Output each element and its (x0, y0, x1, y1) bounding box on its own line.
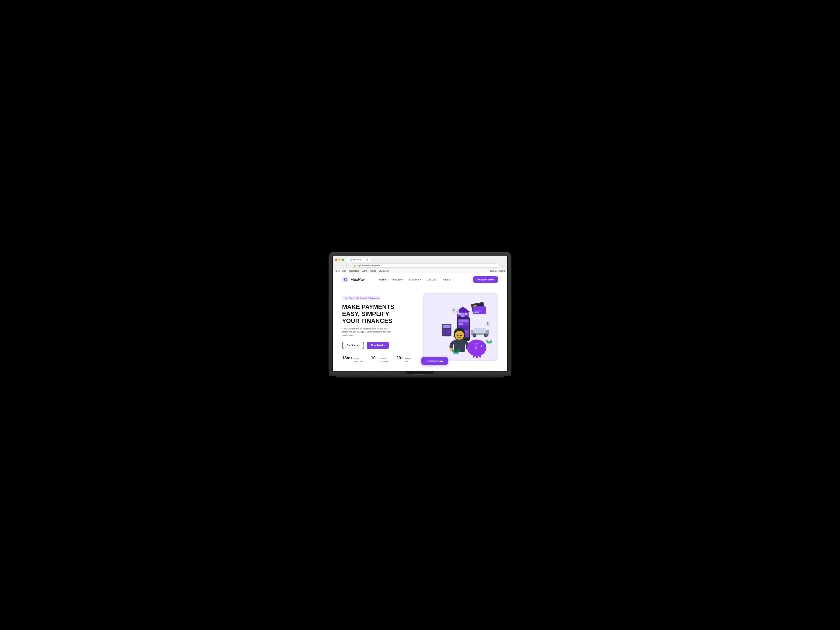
svg-point-1 (344, 279, 345, 280)
get-started-button[interactable]: Get Started (342, 342, 364, 349)
nav-register-button[interactable]: Register Now (473, 276, 498, 283)
svg-rect-28 (443, 329, 445, 331)
stat-label-awards: Awards Won (405, 358, 414, 363)
svg-rect-40 (458, 323, 463, 325)
stat-number-awards: 20+ (396, 355, 403, 360)
nav-features[interactable]: Features ▾ (392, 278, 403, 281)
new-tab-button[interactable]: + (372, 257, 376, 262)
bookmark-other[interactable]: Other Bookmarks (489, 270, 505, 272)
nav-links: Home Features ▾ Solutions ▾ Ge (379, 278, 473, 281)
svg-rect-6 (458, 313, 461, 315)
browser-extensions: ⋮ (500, 264, 505, 267)
svg-rect-55 (476, 355, 478, 358)
svg-point-58 (481, 345, 482, 347)
hero-illustration: $ $ (423, 293, 498, 361)
svg-rect-54 (473, 354, 475, 357)
hero-content: 20% Discount for 1 Month Subscription MA… (342, 293, 414, 363)
bookmark-memes[interactable]: Memes (369, 270, 376, 272)
svg-rect-12 (474, 311, 481, 311)
svg-rect-31 (443, 332, 445, 333)
bookmark-blog[interactable]: Blog (342, 270, 346, 272)
svg-text:$: $ (486, 322, 489, 326)
forward-button[interactable]: › (340, 264, 344, 268)
website-content: FluxPay Home Features ▾ Solutions (333, 273, 507, 371)
macbook-screen: New Tab × + ‹ › ↻ 🔒 https://w (332, 256, 508, 371)
svg-rect-34 (443, 333, 445, 335)
floating-register-button[interactable]: Register Now (422, 357, 448, 365)
svg-point-48 (460, 335, 462, 336)
solutions-chevron-icon: ▾ (420, 279, 421, 281)
minimize-button[interactable] (338, 259, 341, 261)
svg-rect-29 (446, 329, 448, 331)
browser-nav-buttons: ‹ › ↻ (335, 264, 349, 268)
hero-subtitle: A new way to make the payments easy reli… (342, 327, 393, 337)
svg-text:$: $ (474, 345, 477, 350)
svg-text:$: $ (453, 309, 455, 313)
close-button[interactable] (335, 259, 337, 261)
svg-rect-25 (480, 329, 484, 332)
navbar: FluxPay Home Features ▾ Solutions (333, 273, 507, 286)
illustration-svg: $ $ (424, 294, 497, 360)
stat-number-experience: 10+ (371, 355, 378, 360)
macbook-bottom (336, 376, 504, 377)
stats-section: 18m+ Happy Customers 10+ Years of Experi… (342, 355, 414, 363)
discount-badge: 20% Discount for 1 Month Subscription (342, 296, 381, 300)
bookmark-inspirations[interactable]: Inspirations (349, 270, 359, 272)
url-text: https://www.fluxpay.com/ (357, 264, 380, 267)
svg-rect-13 (474, 312, 479, 313)
nav-pricing[interactable]: Pricing (443, 278, 450, 281)
svg-rect-56 (479, 354, 481, 357)
browser-tab[interactable]: New Tab × (347, 257, 371, 262)
hero-title: MAKE PAYMENTS EASY, SIMPLIFY YOUR FINANC… (342, 303, 414, 325)
svg-point-52 (480, 342, 486, 348)
svg-point-21 (474, 335, 475, 336)
extension-icon: ⋮ (501, 264, 504, 267)
address-bar[interactable]: 🔒 https://www.fluxpay.com/ (351, 264, 498, 268)
svg-rect-24 (474, 329, 478, 332)
logo: FluxPay (342, 276, 365, 283)
features-chevron-icon: ▾ (402, 279, 403, 281)
refresh-button[interactable]: ↻ (345, 264, 349, 268)
svg-rect-32 (446, 332, 448, 333)
screen-inner: New Tab × + ‹ › ↻ 🔒 https://w (333, 256, 507, 371)
svg-rect-35 (446, 333, 448, 335)
ssl-lock-icon: 🔒 (354, 264, 356, 267)
svg-rect-7 (465, 313, 467, 315)
bookmark-uil-guides[interactable]: UIL Guides (379, 270, 388, 272)
tab-favicon (349, 259, 352, 261)
logo-text: FluxPay (351, 278, 365, 282)
svg-rect-30 (448, 329, 450, 331)
svg-rect-11 (473, 306, 486, 314)
stat-experience: 10+ Years of Experience (371, 355, 389, 363)
svg-rect-36 (448, 333, 450, 335)
stat-number-customers: 18m+ (342, 355, 353, 360)
nav-get-card[interactable]: Get Card (427, 278, 437, 281)
browser-topbar: New Tab × + (333, 256, 507, 263)
stat-awards: 20+ Awards Won (396, 355, 414, 363)
fullscreen-button[interactable] (342, 259, 344, 261)
svg-point-47 (457, 335, 458, 336)
stat-customers: 18m+ Happy Customers (342, 355, 364, 363)
bookmark-apps[interactable]: Apps (335, 270, 339, 272)
nav-home[interactable]: Home (379, 278, 386, 281)
tab-title: New Tab (353, 259, 362, 261)
more-details-button[interactable]: More Details (367, 342, 389, 349)
browser-addressbar: ‹ › ↻ 🔒 https://www.fluxpay.com/ ⋮ (333, 263, 507, 269)
tab-close-button[interactable]: × (366, 259, 368, 261)
svg-point-23 (485, 335, 487, 336)
svg-point-0 (342, 276, 348, 283)
svg-rect-39 (458, 319, 468, 322)
macbook-body: New Tab × + ‹ › ↻ 🔒 https://w (329, 253, 511, 371)
traffic-lights (335, 259, 344, 261)
browser-chrome: New Tab × + ‹ › ↻ 🔒 https://w (333, 256, 507, 273)
macbook-container: New Tab × + ‹ › ↻ 🔒 https://w (329, 253, 511, 377)
nav-solutions[interactable]: Solutions ▾ (409, 278, 421, 281)
macbook-label: MacBook Pro (414, 374, 426, 375)
back-button[interactable]: ‹ (335, 264, 339, 268)
logo-icon (342, 276, 349, 283)
svg-point-46 (455, 331, 464, 340)
bookmark-work[interactable]: Work (362, 270, 367, 272)
hero-buttons: Get Started More Details (342, 342, 414, 349)
svg-point-53 (469, 348, 473, 350)
svg-rect-27 (443, 325, 450, 328)
